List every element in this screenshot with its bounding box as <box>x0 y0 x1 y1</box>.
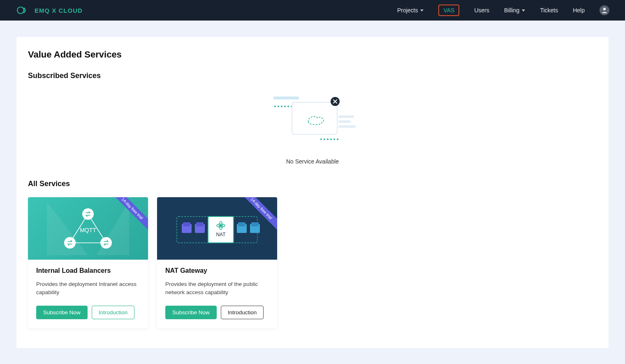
svg-point-17 <box>330 138 332 140</box>
svg-point-14 <box>320 138 322 140</box>
cover-label-nat: NAT <box>216 232 226 237</box>
svg-point-3 <box>274 106 276 107</box>
nav-help-label: Help <box>573 7 585 14</box>
nav-billing[interactable]: Billing <box>504 7 525 14</box>
subscribe-button[interactable]: Subscribe Now <box>165 306 217 319</box>
nav-tickets-label: Tickets <box>540 7 558 14</box>
service-cards: MQTT 14-day free trial Internal Load Bal… <box>28 197 597 328</box>
card-desc-lb: Provides the deployment Intranet access … <box>36 280 140 297</box>
all-services-section: All Services <box>28 180 597 328</box>
card-desc-nat: Provides the deployment of the public ne… <box>165 280 269 297</box>
svg-rect-2 <box>273 97 299 99</box>
nav-tickets[interactable]: Tickets <box>540 7 558 14</box>
empty-illustration <box>269 93 356 147</box>
svg-point-16 <box>327 138 329 140</box>
svg-rect-30 <box>183 222 190 226</box>
svg-point-36 <box>220 225 222 226</box>
brand-logo[interactable]: EMQ X CLOUD <box>16 6 83 15</box>
nav-projects-label: Projects <box>397 7 418 14</box>
nav-vas[interactable]: VAS <box>438 5 459 16</box>
svg-point-5 <box>281 106 282 107</box>
svg-rect-12 <box>338 120 351 123</box>
user-icon <box>601 7 608 14</box>
page-title: Value Added Services <box>28 49 597 60</box>
card-actions-lb: Subscribe Now Introduction <box>36 306 140 319</box>
svg-marker-21 <box>96 202 129 255</box>
panel: Value Added Services Subscribed Services <box>16 37 609 348</box>
card-body-nat: NAT Gateway Provides the deployment of t… <box>157 260 277 328</box>
subscribe-button[interactable]: Subscribe Now <box>36 306 88 319</box>
svg-rect-11 <box>338 115 354 118</box>
svg-point-7 <box>287 106 289 107</box>
avatar[interactable] <box>600 5 609 15</box>
introduction-button[interactable]: Introduction <box>221 306 264 319</box>
svg-point-4 <box>278 106 279 107</box>
svg-point-18 <box>333 138 335 140</box>
card-actions-nat: Subscribe Now Introduction <box>165 306 269 319</box>
brand-name: EMQ X CLOUD <box>35 7 83 14</box>
svg-rect-38 <box>238 222 245 226</box>
card-cover-nat: NAT 14-day free trial <box>157 197 277 260</box>
topbar: EMQ X CLOUD Projects VAS Users Billing T… <box>0 0 625 21</box>
svg-rect-32 <box>196 222 204 226</box>
svg-point-27 <box>100 237 112 249</box>
empty-state: No Service Available <box>28 89 597 176</box>
all-section-title: All Services <box>28 180 597 188</box>
nav-users[interactable]: Users <box>474 7 489 14</box>
chevron-down-icon <box>522 9 525 12</box>
service-card-lb: MQTT 14-day free trial Internal Load Bal… <box>28 197 148 328</box>
nav-help[interactable]: Help <box>573 7 585 14</box>
nav-billing-label: Billing <box>504 7 519 14</box>
logo-icon <box>16 6 30 15</box>
cover-label-lb: MQTT <box>80 227 96 233</box>
empty-state-text: No Service Available <box>286 158 339 165</box>
service-card-nat: NAT 14-day free trial <box>157 197 277 328</box>
card-cover-lb: MQTT 14-day free trial <box>28 197 148 260</box>
svg-rect-13 <box>338 125 356 128</box>
svg-point-19 <box>337 138 338 140</box>
svg-point-25 <box>82 208 94 220</box>
main-nav: Projects VAS Users Billing Tickets Help <box>397 5 609 16</box>
card-title-lb: Internal Load Balancers <box>36 267 140 274</box>
nav-projects[interactable]: Projects <box>397 7 424 14</box>
card-body-lb: Internal Load Balancers Provides the dep… <box>28 260 148 328</box>
nav-users-label: Users <box>474 7 489 14</box>
subscribed-section-title: Subscribed Services <box>28 71 597 80</box>
chevron-down-icon <box>420 9 424 12</box>
svg-point-15 <box>324 138 325 140</box>
svg-point-1 <box>603 8 606 10</box>
svg-point-6 <box>284 106 286 107</box>
svg-rect-9 <box>292 102 337 134</box>
introduction-button[interactable]: Introduction <box>92 306 135 319</box>
nav-vas-label: VAS <box>443 7 454 14</box>
svg-rect-40 <box>251 222 259 226</box>
svg-point-26 <box>64 237 76 249</box>
page-content: Value Added Services Subscribed Services <box>0 21 625 364</box>
card-title-nat: NAT Gateway <box>165 267 269 274</box>
